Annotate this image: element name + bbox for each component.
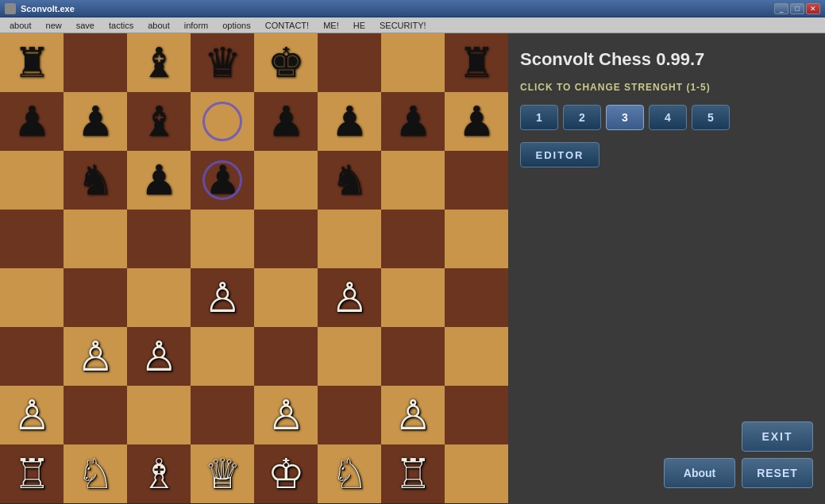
- cell-4-7[interactable]: [445, 268, 508, 327]
- cell-4-6[interactable]: [381, 268, 445, 327]
- cell-4-2[interactable]: [127, 268, 191, 327]
- cell-7-1[interactable]: ♘: [64, 444, 127, 503]
- cell-0-1[interactable]: [64, 33, 127, 92]
- cell-0-3[interactable]: ♛: [191, 33, 254, 92]
- cell-3-5[interactable]: [318, 210, 381, 268]
- titlebar: Sconvolt.exe _ □ ✕: [0, 0, 825, 17]
- board-container: ♜♝♛♚♜♟♟♝♟♟♟♟♞♟♟♞♙♙♙♙♙♙♙♖♘♗♕♔♘♖: [0, 33, 508, 504]
- cell-3-1[interactable]: [64, 210, 127, 268]
- cell-7-2[interactable]: ♗: [127, 444, 191, 503]
- cell-0-4[interactable]: ♚: [254, 33, 318, 92]
- cell-5-1[interactable]: ♙: [64, 327, 127, 386]
- cell-3-0[interactable]: [0, 210, 64, 268]
- cell-3-2[interactable]: [127, 210, 191, 268]
- cell-6-4[interactable]: ♙: [254, 386, 318, 444]
- cell-7-5[interactable]: ♘: [318, 444, 381, 503]
- menu-tactics[interactable]: tactics: [102, 19, 140, 32]
- menu-options[interactable]: options: [216, 19, 256, 32]
- cell-0-2[interactable]: ♝: [127, 33, 191, 92]
- maximize-button[interactable]: □: [790, 3, 804, 14]
- strength-4-button[interactable]: 4: [649, 105, 687, 130]
- cell-1-2[interactable]: ♝: [127, 92, 191, 151]
- cell-2-4[interactable]: [254, 151, 318, 210]
- bottom-buttons: EXIT About RESET: [520, 421, 813, 488]
- about-button[interactable]: About: [664, 458, 735, 488]
- cell-3-6[interactable]: [381, 210, 445, 268]
- cell-6-1[interactable]: [64, 386, 127, 444]
- cell-7-6[interactable]: ♖: [381, 444, 445, 503]
- strength-2-button[interactable]: 2: [563, 105, 601, 130]
- titlebar-buttons: _ □ ✕: [774, 3, 820, 14]
- strength-buttons: 1 2 3 4 5: [520, 105, 813, 130]
- cell-5-3[interactable]: [191, 327, 254, 386]
- cell-6-2[interactable]: [127, 386, 191, 444]
- cell-4-0[interactable]: [0, 268, 64, 327]
- cell-1-1[interactable]: ♟: [64, 92, 127, 151]
- menu-me[interactable]: ME!: [317, 19, 345, 32]
- menu-about2[interactable]: about: [141, 19, 176, 32]
- close-button[interactable]: ✕: [806, 3, 820, 14]
- exit-button[interactable]: EXIT: [742, 421, 813, 452]
- cell-2-7[interactable]: [445, 151, 508, 210]
- cell-2-0[interactable]: [0, 151, 64, 210]
- minimize-button[interactable]: _: [774, 3, 788, 14]
- strength-1-button[interactable]: 1: [520, 105, 558, 130]
- right-panel: Sconvolt Chess 0.99.7 CLICK TO CHANGE ST…: [508, 33, 825, 504]
- cell-0-7[interactable]: ♜: [445, 33, 508, 92]
- cell-3-4[interactable]: [254, 210, 318, 268]
- cell-2-5[interactable]: ♞: [318, 151, 381, 210]
- cell-5-6[interactable]: [381, 327, 445, 386]
- cell-6-0[interactable]: ♙: [0, 386, 64, 444]
- cell-4-3[interactable]: ♙: [191, 268, 254, 327]
- menu-save[interactable]: save: [70, 19, 101, 32]
- cell-5-5[interactable]: [318, 327, 381, 386]
- cell-2-3[interactable]: ♟: [191, 151, 254, 210]
- cell-5-0[interactable]: [0, 327, 64, 386]
- cell-5-7[interactable]: [445, 327, 508, 386]
- strength-3-button[interactable]: 3: [606, 105, 644, 130]
- cell-4-5[interactable]: ♙: [318, 268, 381, 327]
- cell-2-1[interactable]: ♞: [64, 151, 127, 210]
- editor-button[interactable]: EDITOR: [520, 142, 599, 167]
- menu-about[interactable]: about: [3, 19, 38, 32]
- menu-security[interactable]: SECURITY!: [373, 19, 433, 32]
- cell-1-7[interactable]: ♟: [445, 92, 508, 151]
- cell-6-3[interactable]: [191, 386, 254, 444]
- reset-button[interactable]: RESET: [742, 458, 813, 488]
- cell-6-6[interactable]: ♙: [381, 386, 445, 444]
- app-icon: [5, 3, 16, 14]
- cell-6-7[interactable]: [445, 386, 508, 444]
- cell-2-2[interactable]: ♟: [127, 151, 191, 210]
- menu-inform[interactable]: inform: [178, 19, 215, 32]
- cell-0-5[interactable]: [318, 33, 381, 92]
- game-title: Sconvolt Chess 0.99.7: [520, 49, 813, 70]
- menu-contact[interactable]: CONTACT!: [259, 19, 315, 32]
- panel-spacer: [520, 179, 813, 410]
- strength-5-button[interactable]: 5: [692, 105, 730, 130]
- cell-1-4[interactable]: ♟: [254, 92, 318, 151]
- cell-7-0[interactable]: ♖: [0, 444, 64, 503]
- main-area: ♜♝♛♚♜♟♟♝♟♟♟♟♞♟♟♞♙♙♙♙♙♙♙♖♘♗♕♔♘♖ Sconvolt …: [0, 33, 825, 504]
- cell-3-3[interactable]: [191, 210, 254, 268]
- cell-0-0[interactable]: ♜: [0, 33, 64, 92]
- chess-board[interactable]: ♜♝♛♚♜♟♟♝♟♟♟♟♞♟♟♞♙♙♙♙♙♙♙♖♘♗♕♔♘♖: [0, 33, 508, 503]
- cell-7-3[interactable]: ♕: [191, 444, 254, 503]
- cell-7-4[interactable]: ♔: [254, 444, 318, 503]
- cell-1-0[interactable]: ♟: [0, 92, 64, 151]
- menu-new[interactable]: new: [40, 19, 68, 32]
- cell-0-6[interactable]: [381, 33, 445, 92]
- cell-2-6[interactable]: [381, 151, 445, 210]
- cell-1-3[interactable]: [191, 92, 254, 151]
- menu-he[interactable]: HE: [347, 19, 372, 32]
- cell-5-4[interactable]: [254, 327, 318, 386]
- cell-4-1[interactable]: [64, 268, 127, 327]
- bottom-row: About RESET: [664, 458, 813, 488]
- cell-5-2[interactable]: ♙: [127, 327, 191, 386]
- cell-1-6[interactable]: ♟: [381, 92, 445, 151]
- cell-1-5[interactable]: ♟: [318, 92, 381, 151]
- cell-7-7[interactable]: [445, 444, 508, 503]
- cell-4-4[interactable]: [254, 268, 318, 327]
- cell-3-7[interactable]: [445, 210, 508, 268]
- titlebar-title: Sconvolt.exe: [21, 4, 75, 13]
- cell-6-5[interactable]: [318, 386, 381, 444]
